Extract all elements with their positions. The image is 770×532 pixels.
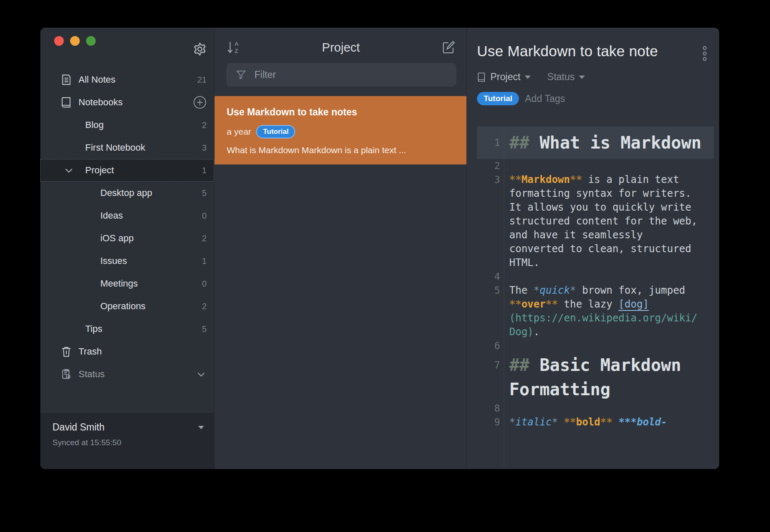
- sidebar-item-meetings[interactable]: Meetings0: [40, 272, 214, 295]
- clipboard-check-icon: [60, 368, 73, 381]
- sidebar-item-blog[interactable]: Blog2: [40, 114, 214, 136]
- code-row: ## Basic Markdown: [509, 353, 714, 377]
- filter-funnel-icon: [236, 69, 246, 80]
- note-count-badge: 21: [197, 75, 207, 85]
- note-count-badge: 0: [202, 279, 207, 289]
- md-segment-txt: [558, 416, 564, 428]
- code-row: converted to clean, structured: [509, 242, 714, 256]
- md-segment-bi: ***: [618, 416, 636, 428]
- code-row: [509, 159, 714, 173]
- status-caret-icon: [579, 76, 585, 79]
- sidebar-item-label: Project: [85, 165, 114, 176]
- md-segment-txt: HTML.: [509, 257, 540, 269]
- note-options-kebab-icon[interactable]: [703, 46, 707, 61]
- note-count-badge: 3: [202, 143, 207, 153]
- sidebar-item-label: Tips: [85, 323, 102, 334]
- app-window: All Notes21NotebooksBlog2First Notebook3…: [40, 28, 719, 469]
- md-segment-url: Dog): [509, 326, 534, 338]
- zoom-window-button[interactable]: [86, 36, 96, 46]
- sidebar-item-status[interactable]: Status: [40, 363, 214, 386]
- user-name: David Smith: [52, 422, 207, 433]
- settings-gear-icon[interactable]: [192, 42, 207, 57]
- note-list-panel: A Z Project Use Markdown to take notes: [215, 28, 467, 469]
- user-menu-caret-icon[interactable]: [197, 425, 205, 430]
- sidebar-item-label: Meetings: [100, 278, 138, 289]
- sidebar-item-notebooks[interactable]: Notebooks: [40, 91, 214, 114]
- sidebar-item-project[interactable]: Project1: [40, 159, 214, 182]
- notebook-selector[interactable]: Project: [490, 71, 521, 83]
- editor-line-7[interactable]: 7## Basic MarkdownFormatting: [477, 353, 714, 402]
- code-row: **over** the lazy [dog]: [509, 297, 714, 311]
- add-tags-button[interactable]: Add Tags: [525, 93, 565, 104]
- md-segment-im: *: [552, 416, 558, 428]
- md-segment-bm: **: [509, 174, 521, 185]
- md-segment-txt: .: [534, 326, 540, 338]
- md-segment-b: bold: [576, 416, 600, 428]
- filter-input[interactable]: [254, 69, 450, 81]
- note-title[interactable]: Use Markdown to take note: [467, 28, 719, 60]
- notebook-icon: [477, 72, 486, 82]
- line-number: 7: [477, 353, 504, 377]
- editor-line-1[interactable]: 1## What is Markdown: [477, 126, 714, 159]
- sidebar-item-ideas[interactable]: Ideas0: [40, 204, 214, 227]
- editor-line-3[interactable]: 3**Markdown** is a plain textformatting …: [477, 173, 714, 270]
- markdown-editor[interactable]: 1## What is Markdown23**Markdown** is a …: [477, 126, 714, 469]
- md-segment-txt: brown fox, jumped: [576, 284, 685, 296]
- note-card-selected[interactable]: Use Markdown to take notes a year Tutori…: [215, 96, 466, 164]
- close-window-button[interactable]: [54, 36, 64, 46]
- minimize-window-button[interactable]: [70, 36, 80, 46]
- sort-order-icon[interactable]: A Z: [226, 40, 241, 55]
- new-note-icon[interactable]: [441, 40, 456, 55]
- filter-box[interactable]: [226, 63, 456, 86]
- note-tags-row: Tutorial Add Tags: [477, 92, 719, 105]
- sync-status-area[interactable]: David Smith Synced at 15:55:50: [40, 412, 214, 469]
- sidebar-item-label: Ideas: [100, 210, 123, 221]
- note-card-tag-badge[interactable]: Tutorial: [256, 125, 295, 138]
- sidebar-item-ios-app[interactable]: iOS app2: [40, 227, 214, 250]
- chevron-down-icon[interactable]: [63, 165, 74, 176]
- code-row: [509, 402, 714, 415]
- status-selector[interactable]: Status: [547, 71, 575, 83]
- editor-line-5[interactable]: 5The *quick* brown fox, jumped**over** t…: [477, 284, 714, 339]
- sidebar-item-tips[interactable]: Tips5: [40, 318, 214, 340]
- sidebar-item-operations[interactable]: Operations2: [40, 295, 214, 318]
- editor-line-6[interactable]: 6: [477, 339, 714, 353]
- code-row: HTML.: [509, 256, 714, 270]
- sidebar-item-all-notes[interactable]: All Notes21: [40, 68, 214, 91]
- code-row: [509, 270, 714, 284]
- sidebar-item-issues[interactable]: Issues1: [40, 250, 214, 272]
- sidebar-item-first-notebook[interactable]: First Notebook3: [40, 136, 214, 159]
- md-segment-lk: [dog]: [618, 298, 649, 310]
- editor-line-4[interactable]: 4: [477, 270, 714, 284]
- md-segment-ht: Basic Markdown: [540, 355, 681, 375]
- add-notebook-button[interactable]: [193, 96, 207, 109]
- code-row: **Markdown** is a plain text: [509, 173, 714, 187]
- md-segment-txt: The: [509, 284, 534, 296]
- editor-line-9[interactable]: 9*italic* **bold** ***bold-: [477, 415, 714, 429]
- md-segment-i: quick: [540, 284, 570, 296]
- sidebar-item-trash[interactable]: Trash: [40, 340, 214, 363]
- line-number: 6: [477, 339, 504, 353]
- editor-line-8[interactable]: 8: [477, 402, 714, 415]
- md-segment-bm: **: [600, 416, 613, 428]
- chevron-down-icon[interactable]: [196, 369, 207, 380]
- sidebar-item-label: Status: [79, 369, 105, 380]
- sidebar-item-desktop-app[interactable]: Desktop app5: [40, 182, 214, 204]
- note-list-title: Project: [241, 41, 441, 55]
- code-row: [509, 339, 714, 353]
- notebook-caret-icon: [525, 76, 531, 79]
- md-segment-hp: ##: [509, 133, 540, 152]
- note-count-badge: 5: [202, 188, 207, 198]
- code-row: The *quick* brown fox, jumped: [509, 284, 714, 297]
- sidebar-menu: All Notes21NotebooksBlog2First Notebook3…: [40, 68, 214, 386]
- editor-line-2[interactable]: 2: [477, 159, 714, 173]
- code-row: Dog).: [509, 325, 714, 339]
- md-segment-bm: **: [509, 298, 521, 310]
- code-row: ## What is Markdown: [509, 130, 714, 155]
- tag-badge[interactable]: Tutorial: [477, 92, 519, 105]
- md-segment-b: over: [521, 298, 546, 310]
- sync-status-text: Synced at 15:55:50: [52, 438, 207, 447]
- note-card-meta: a year Tutorial: [227, 125, 458, 138]
- md-segment-bm: **: [570, 174, 582, 185]
- md-segment-bm: **: [546, 298, 558, 310]
